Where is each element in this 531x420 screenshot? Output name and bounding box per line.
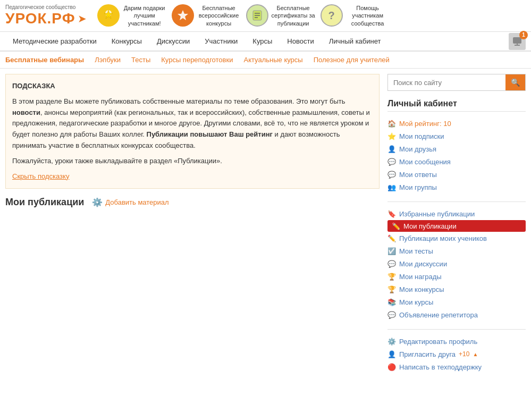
sidebar-my-contests-link[interactable]: Мои конкурсы xyxy=(399,285,444,293)
sidebar-item-tutor[interactable]: 💬 Объявление репетитора xyxy=(387,308,526,321)
banner-icon-1 xyxy=(97,4,120,27)
bookmark-icon: 🔖 xyxy=(387,209,396,218)
sub-nav-retraining[interactable]: Курсы переподготовки xyxy=(161,54,233,66)
sidebar-cabinet-section: Личный кабинет 🏠 Мой рейтинг: 10 ⭐ Мои п… xyxy=(387,99,526,194)
sidebar-my-publications-link[interactable]: Мои публикации xyxy=(403,222,457,230)
sidebar-item-support[interactable]: 🔴 Написать в техподдержку xyxy=(387,360,526,373)
student-edit-icon: ✏️ xyxy=(387,234,396,242)
sidebar-rating-link[interactable]: Мой рейтинг: 10 xyxy=(399,120,451,128)
sidebar-item-invite-friend[interactable]: 👤 Пригласить друга +10 ▲ xyxy=(387,348,526,360)
sidebar-edit-profile-link[interactable]: Редактировать профиль xyxy=(399,338,477,346)
user-icon: 👤 xyxy=(387,145,396,153)
logo-subtitle: Педагогическое сообщество xyxy=(5,4,87,10)
sub-nav-actual-courses[interactable]: Актуальные курсы xyxy=(243,54,302,66)
banner-item-3[interactable]: Бесплатные сертификаты за публикации xyxy=(246,4,315,27)
sidebar-item-my-awards[interactable]: 🏆 Мои награды xyxy=(387,270,526,283)
sidebar-subscriptions-link[interactable]: Мои подписки xyxy=(399,132,444,140)
banner-icon-4: ? xyxy=(321,4,343,27)
sidebar-item-fav-publications[interactable]: 🔖 Избранные публикации xyxy=(387,207,526,220)
sidebar-item-edit-profile[interactable]: ⚙️ Редактировать профиль xyxy=(387,335,526,348)
banner-item-1[interactable]: Дарим подарки лучшим участникам! xyxy=(97,4,166,27)
add-material-label: Добавить материал xyxy=(105,198,168,206)
main-content: ПОДСКАЗКА В этом разделе Вы можете публи… xyxy=(5,74,380,381)
edit-icon: ✏️ xyxy=(392,222,400,230)
sidebar-item-answers[interactable]: 💬 Мои ответы xyxy=(387,168,526,181)
sub-nav-tests[interactable]: Тесты xyxy=(131,54,150,66)
sidebar-item-my-discussions[interactable]: 💬 Мои дискуссии xyxy=(387,257,526,270)
courses-icon: 📚 xyxy=(387,298,396,306)
nav-item-contests[interactable]: Конкурсы xyxy=(104,32,149,51)
sub-nav-lapbooks[interactable]: Лэпбуки xyxy=(95,54,121,66)
logo-area: Педагогическое сообщество УРОК.РФ ➤ xyxy=(5,4,87,27)
gear-icon: ⚙️ xyxy=(387,337,396,346)
add-material-icon: ⚙️ xyxy=(92,197,103,207)
nav-item-cabinet[interactable]: Личный кабинет xyxy=(322,32,389,51)
content-wrapper: ПОДСКАЗКА В этом разделе Вы можете публи… xyxy=(0,69,531,387)
banner-item-4[interactable]: ? Помощь участникам сообщества xyxy=(321,4,390,27)
sidebar-my-awards-link[interactable]: Мои награды xyxy=(399,273,442,281)
sidebar-item-my-courses[interactable]: 📚 Мои курсы xyxy=(387,296,526,308)
sidebar-item-subscriptions[interactable]: ⭐ Мои подписки xyxy=(387,130,526,142)
hint-paragraph2: Пожалуйста, уроки также выкладывайте в р… xyxy=(12,156,373,167)
sidebar-item-my-tests[interactable]: ☑️ Мои тесты xyxy=(387,245,526,257)
site-header: Педагогическое сообщество УРОК.РФ ➤ Дари… xyxy=(0,0,531,32)
sidebar-friends-link[interactable]: Мои друзья xyxy=(399,145,436,153)
svg-marker-1 xyxy=(104,10,113,19)
sub-nav-webinars[interactable]: Бесплатные вебинары xyxy=(5,54,84,66)
search-button[interactable]: 🔍 xyxy=(505,74,525,90)
nav-right: 1 xyxy=(509,33,526,50)
logo-main[interactable]: УРОК.РФ ➤ xyxy=(5,10,87,27)
sidebar-item-groups[interactable]: 👥 Мои группы xyxy=(387,181,526,194)
discussion-icon: 💬 xyxy=(387,259,396,268)
sub-nav-useful[interactable]: Полезное для учителей xyxy=(314,54,390,66)
hint-title: ПОДСКАЗКА xyxy=(12,81,373,92)
banner-icon-3 xyxy=(246,4,268,27)
sidebar-answers-link[interactable]: Мои ответы xyxy=(399,171,437,179)
nav-item-discussions[interactable]: Дискуссии xyxy=(149,32,197,51)
svg-marker-2 xyxy=(178,10,188,20)
tutor-icon: 💬 xyxy=(387,310,396,319)
sidebar-item-rating[interactable]: 🏠 Мой рейтинг: 10 xyxy=(387,117,526,130)
nav-item-courses[interactable]: Курсы xyxy=(245,32,280,51)
sidebar-section-title: Личный кабинет xyxy=(387,99,526,112)
award-icon: 🏆 xyxy=(387,272,396,281)
sidebar-my-discussions-link[interactable]: Мои дискуссии xyxy=(399,260,447,268)
support-icon: 🔴 xyxy=(387,363,396,371)
nav-badge: 1 xyxy=(519,31,528,39)
answer-icon: 💬 xyxy=(387,170,396,179)
hide-hint-link[interactable]: Скрыть подсказку xyxy=(12,172,69,180)
sidebar-item-my-contests[interactable]: 🏆 Мои конкурсы xyxy=(387,283,526,296)
header-banners: Дарим подарки лучшим участникам! Бесплат… xyxy=(97,4,526,27)
sidebar-item-my-publications[interactable]: ✏️ Мои публикации xyxy=(387,220,526,232)
add-material-link[interactable]: ⚙️ Добавить материал xyxy=(92,197,168,207)
nav-item-participants[interactable]: Участники xyxy=(197,32,245,51)
hint-box: ПОДСКАЗКА В этом разделе Вы можете публи… xyxy=(5,74,380,189)
banner-text-1: Дарим подарки лучшим участникам! xyxy=(123,4,166,27)
sidebar-my-courses-link[interactable]: Мои курсы xyxy=(399,298,433,306)
sidebar-my-tests-link[interactable]: Мои тесты xyxy=(399,247,433,255)
nav-item-methods[interactable]: Методические разработки xyxy=(5,32,104,51)
banner-icon-2 xyxy=(172,4,194,27)
sidebar-item-student-publications[interactable]: ✏️ Публикации моих учеников xyxy=(387,232,526,245)
sub-navigation: Бесплатные вебинары Лэпбуки Тесты Курсы … xyxy=(0,52,531,69)
sidebar-tutor-link[interactable]: Объявление репетитора xyxy=(399,311,478,319)
logo-text: УРОК.РФ xyxy=(5,10,75,27)
chevron-up-icon: ▲ xyxy=(473,351,478,357)
sidebar-invite-link[interactable]: Пригласить друга xyxy=(399,350,456,358)
sidebar-fav-publications-link[interactable]: Избранные публикации xyxy=(399,210,475,218)
search-input[interactable] xyxy=(388,74,505,90)
logo-arrow-icon: ➤ xyxy=(78,12,87,25)
banner-item-2[interactable]: Бесплатные всероссийские конкурсы xyxy=(172,4,241,27)
home-icon: 🏠 xyxy=(387,119,396,128)
publications-title: Мои публикации xyxy=(5,197,84,208)
sidebar-groups-link[interactable]: Мои группы xyxy=(399,183,437,191)
sidebar-item-friends[interactable]: 👤 Мои друзья xyxy=(387,142,526,155)
sidebar-messages-link[interactable]: Мои сообщения xyxy=(399,158,451,166)
sidebar-divider-1 xyxy=(387,201,526,202)
cabinet-icon-button[interactable]: 1 xyxy=(509,33,526,50)
sidebar-student-publications-link[interactable]: Публикации моих учеников xyxy=(399,234,487,242)
search-bar: 🔍 xyxy=(387,74,526,91)
sidebar-support-link[interactable]: Написать в техподдержку xyxy=(399,363,482,371)
sidebar-item-messages[interactable]: 💬 Мои сообщения xyxy=(387,155,526,168)
nav-item-news[interactable]: Новости xyxy=(280,32,321,51)
